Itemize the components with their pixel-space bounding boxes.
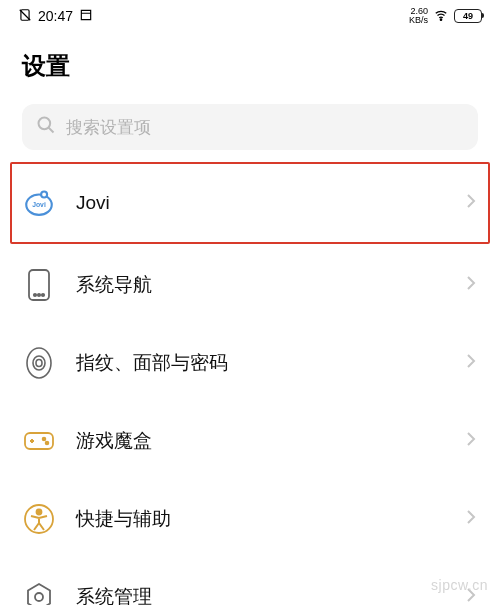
accessibility-icon [22, 502, 56, 536]
settings-list: Jovi Jovi 系统导航 [0, 162, 500, 605]
settings-item-game-box[interactable]: 游戏魔盒 [12, 402, 488, 480]
fingerprint-icon [22, 346, 56, 380]
settings-item-jovi[interactable]: Jovi Jovi [12, 164, 488, 242]
status-right: 2.60 KB/s 49 [409, 7, 482, 25]
net-speed: 2.60 KB/s [409, 7, 428, 25]
svg-rect-13 [25, 433, 53, 449]
no-sim-icon [18, 8, 32, 25]
phone-nav-icon [22, 268, 56, 302]
svg-point-19 [37, 510, 42, 515]
net-speed-unit: KB/s [409, 16, 428, 25]
search-placeholder: 搜索设置项 [66, 116, 151, 139]
item-label: 系统管理 [76, 584, 446, 605]
settings-item-system-nav[interactable]: 系统导航 [12, 246, 488, 324]
item-label: 指纹、面部与密码 [76, 350, 446, 376]
chevron-right-icon [466, 431, 476, 451]
status-time: 20:47 [38, 8, 73, 24]
battery-level: 49 [463, 11, 473, 21]
svg-point-6 [41, 192, 47, 198]
svg-point-21 [35, 593, 43, 601]
wifi-icon [433, 8, 449, 25]
svg-point-11 [42, 294, 44, 296]
jovi-icon: Jovi [22, 186, 56, 220]
chevron-right-icon [466, 509, 476, 529]
svg-point-16 [43, 438, 46, 441]
page-title: 设置 [0, 32, 500, 92]
chevron-right-icon [466, 275, 476, 295]
settings-gear-icon [22, 580, 56, 605]
settings-item-accessibility[interactable]: 快捷与辅助 [12, 480, 488, 558]
svg-point-17 [46, 442, 49, 445]
item-label: 快捷与辅助 [76, 506, 446, 532]
battery-icon: 49 [454, 9, 482, 23]
svg-point-2 [440, 18, 441, 19]
svg-line-4 [49, 128, 54, 133]
search-input[interactable]: 搜索设置项 [22, 104, 478, 150]
chevron-right-icon [466, 353, 476, 373]
svg-point-12 [27, 348, 51, 378]
app-store-icon [79, 8, 93, 25]
svg-point-10 [38, 294, 40, 296]
search-icon [36, 115, 56, 139]
settings-item-biometrics[interactable]: 指纹、面部与密码 [12, 324, 488, 402]
status-bar: 20:47 2.60 KB/s 49 [0, 0, 500, 32]
svg-point-9 [34, 294, 36, 296]
item-label: Jovi [76, 192, 446, 214]
chevron-right-icon [466, 193, 476, 213]
item-label: 游戏魔盒 [76, 428, 446, 454]
item-label: 系统导航 [76, 272, 446, 298]
highlight-frame: Jovi Jovi [10, 162, 490, 244]
svg-point-3 [39, 118, 51, 130]
settings-item-system-management[interactable]: 系统管理 [12, 558, 488, 605]
search-container: 搜索设置项 [0, 92, 500, 160]
status-left: 20:47 [18, 8, 93, 25]
gamepad-icon [22, 424, 56, 458]
svg-text:Jovi: Jovi [32, 201, 46, 208]
watermark: sjpcw.cn [431, 577, 488, 593]
